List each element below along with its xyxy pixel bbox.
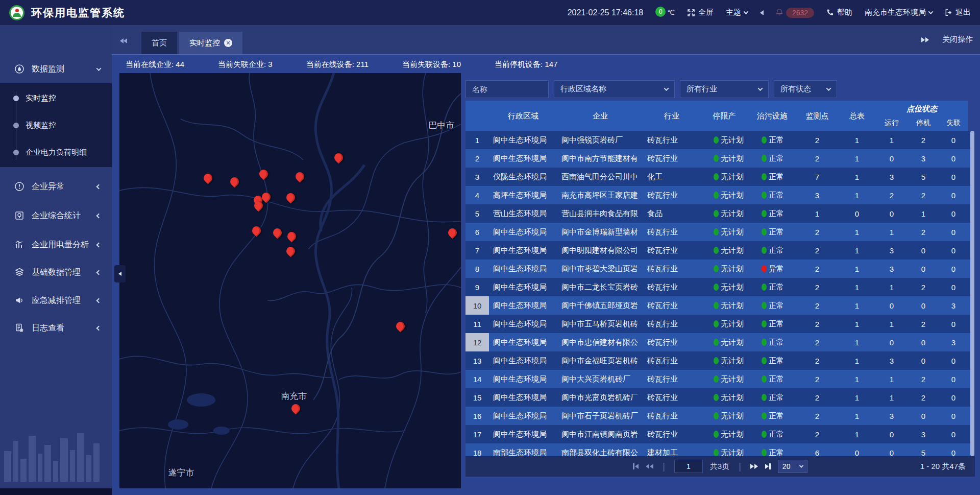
cell-region: 阆中生态环境局 [489, 223, 557, 241]
cell-meter-count: 1 [838, 315, 876, 333]
close-operations-button[interactable]: 关闭操作 [942, 35, 973, 44]
cell-monitor-count: 2 [796, 223, 838, 241]
table-row[interactable]: 16阆中生态环境局阆中市石子页岩机砖厂砖瓦行业无计划正常21300 [465, 407, 972, 425]
cell-monitor-count: 1 [796, 204, 838, 223]
tab-realtime-monitor[interactable]: 实时监控 ✕ [179, 32, 242, 54]
cell-company: 南充市高坪区王家店建 [557, 186, 643, 204]
status-select[interactable]: 所有状态 [774, 80, 837, 98]
status-dot-green [762, 192, 767, 199]
first-page-button[interactable] [633, 463, 639, 469]
table-row[interactable]: 9阆中生态环境局阆中市二龙长宝页岩砖砖瓦行业无计划正常21120 [465, 278, 972, 296]
fullscreen-label: 全屏 [698, 8, 714, 17]
stat-item: 当前在线设备: 211 [306, 60, 369, 69]
cell-company: 阆中市五马桥页岩机砖 [557, 315, 643, 333]
table-row[interactable]: 12阆中生态环境局阆中市忠信建材有限公砖瓦行业无计划正常21003 [465, 333, 972, 351]
table-row[interactable]: 15阆中生态环境局阆中市光富页岩机砖厂砖瓦行业无计划正常21120 [465, 388, 972, 407]
cell-run-count: 0 [876, 425, 908, 443]
tabs-scroll-left-button[interactable] [120, 36, 127, 45]
sidebar-group-base-data[interactable]: 基础数据管理 [0, 261, 112, 284]
enterprise-panel: 行政区域名称 所有行业 所有状态 行政区域 企业 行业 停限产 治污设施 监测点… [465, 73, 975, 495]
cell-meter-count: 1 [838, 168, 876, 186]
table-row[interactable]: 1阆中生态环境局阆中强锐页岩砖厂砖瓦行业无计划正常21120 [465, 131, 972, 149]
sidebar-item-power-load-detail[interactable]: 企业电力负荷明细 [0, 145, 112, 160]
tab-home[interactable]: 首页 [141, 32, 177, 54]
pagination-range-label: 1 - 20 共47条 [920, 456, 966, 477]
notifications[interactable]: 2632 [776, 8, 814, 18]
cell-lost-count: 0 [939, 443, 968, 456]
table-row[interactable]: 3仪陇生态环境局西南油气田分公司川中化工无计划正常71350 [465, 168, 972, 186]
sidebar-item-video-monitor[interactable]: 视频监控 [0, 117, 112, 133]
name-search-input[interactable] [465, 80, 549, 98]
next-page-button[interactable] [750, 464, 758, 469]
sidebar-group-composite-stats[interactable]: 企业综合统计 [0, 204, 112, 227]
cell-stop-status: 无计划 [700, 315, 748, 333]
table-row[interactable]: 7阆中生态环境局阆中明阳建材有限公司砖瓦行业无计划正常21300 [465, 241, 972, 260]
double-chevron-left-icon [120, 38, 124, 43]
cell-facility-status: 正常 [748, 278, 796, 296]
app-header: 环保用电监管系统 2021-02-25 17:46:18 0 ℃ 全屏 主题 [0, 0, 980, 25]
table-row[interactable]: 13阆中生态环境局阆中市金福旺页岩机砖砖瓦行业无计划正常21300 [465, 351, 972, 370]
status-dot-green [762, 284, 767, 291]
table-scrollbar[interactable] [970, 131, 974, 456]
cell-company: 阆中千佛镇五郎垭页岩 [557, 296, 643, 315]
sidebar-collapse-handle[interactable] [114, 265, 126, 282]
temperature-unit: ℃ [667, 9, 675, 16]
help-button[interactable]: 帮助 [826, 8, 852, 17]
cell-run-count: 3 [876, 351, 908, 370]
fullscreen-icon [687, 9, 695, 17]
sidebar-group-emergency-reduction[interactable]: 应急减排管理 [0, 289, 112, 312]
chevron-left-icon [96, 325, 102, 331]
table-row[interactable]: 6阆中生态环境局阆中市金博瑞新型墙材砖瓦行业无计划正常21120 [465, 223, 972, 241]
table-row[interactable]: 4高坪生态环境局南充市高坪区王家店建砖瓦行业无计划正常31220 [465, 186, 972, 204]
cell-industry: 食品 [643, 204, 700, 223]
status-dot-green [762, 136, 767, 144]
cell-monitor-count: 2 [796, 425, 838, 443]
table-row[interactable]: 18南部生态环境局南部县双化土砖有限公建材加工无计划正常60050 [465, 443, 972, 456]
table-row[interactable]: 14阆中生态环境局阆中大兴页岩机砖厂砖瓦行业无计划正常21120 [465, 370, 972, 388]
table-row[interactable]: 8阆中生态环境局阆中市枣碧大梁山页岩砖瓦行业无计划异常21300 [465, 260, 972, 278]
last-page-button[interactable] [765, 463, 771, 469]
cell-facility-status: 正常 [748, 407, 796, 425]
mute-button[interactable] [760, 10, 764, 15]
cell-meter-count: 1 [838, 149, 876, 168]
sidebar-group-log-view[interactable]: 日志查看 [0, 317, 112, 339]
cell-facility-status: 正常 [748, 223, 796, 241]
table-row[interactable]: 11阆中生态环境局阆中市五马桥页岩机砖砖瓦行业无计划正常21120 [465, 315, 972, 333]
row-index: 9 [465, 278, 489, 296]
app-title: 环保用电监管系统 [31, 6, 125, 20]
sidebar-item-realtime-monitor[interactable]: 实时监控 [0, 90, 112, 106]
table-row[interactable]: 17阆中生态环境局阆中市江南镇阆南页岩砖瓦行业无计划正常21030 [465, 425, 972, 443]
region-select[interactable]: 行政区域名称 [554, 80, 675, 98]
sidebar-group-enterprise-abnormal[interactable]: 企业异常 [0, 175, 112, 198]
sidebar-group-data-monitor[interactable]: 数据监测 [0, 58, 112, 80]
fullscreen-button[interactable]: 全屏 [687, 8, 714, 17]
cell-run-count: 1 [876, 370, 908, 388]
cell-down-count: 5 [908, 443, 939, 456]
cell-run-count: 3 [876, 241, 908, 260]
industry-select[interactable]: 所有行业 [680, 80, 769, 98]
cell-down-count: 2 [908, 315, 939, 333]
cell-industry: 砖瓦行业 [643, 315, 700, 333]
tab-close-icon[interactable]: ✕ [224, 39, 232, 47]
phone-icon [826, 9, 834, 16]
sidebar-group-power-analysis[interactable]: 企业用电量分析 [0, 233, 112, 256]
table-row[interactable]: 5营山生态环境局营山县润丰肉食品有限食品无计划正常10010 [465, 204, 972, 223]
map-canvas[interactable]: 巴中市南充市遂宁市 [119, 73, 461, 488]
chevron-down-icon [96, 66, 102, 71]
cell-down-count: 2 [908, 223, 939, 241]
cell-industry: 砖瓦行业 [643, 241, 700, 260]
table-row[interactable]: 2阆中生态环境局阆中市南方节能建材有砖瓦行业无计划正常21030 [465, 149, 972, 168]
col-header-company: 企业 [557, 101, 643, 131]
logout-button[interactable]: 退出 [945, 8, 971, 17]
org-dropdown[interactable]: 南充市生态环境局 [865, 8, 933, 17]
cell-region: 阆中生态环境局 [489, 296, 557, 315]
tabs-scroll-right-button[interactable] [921, 37, 929, 42]
stat-item: 当前在线企业: 44 [126, 60, 184, 69]
page-number-input[interactable] [674, 460, 703, 473]
status-dot-green [762, 155, 767, 162]
prev-page-button[interactable] [646, 464, 653, 469]
page-size-select[interactable]: 20 [778, 460, 807, 473]
row-index: 6 [465, 223, 489, 241]
table-row[interactable]: 10阆中生态环境局阆中千佛镇五郎垭页岩砖瓦行业无计划正常21003 [465, 296, 972, 315]
theme-dropdown[interactable]: 主题 [726, 8, 748, 17]
